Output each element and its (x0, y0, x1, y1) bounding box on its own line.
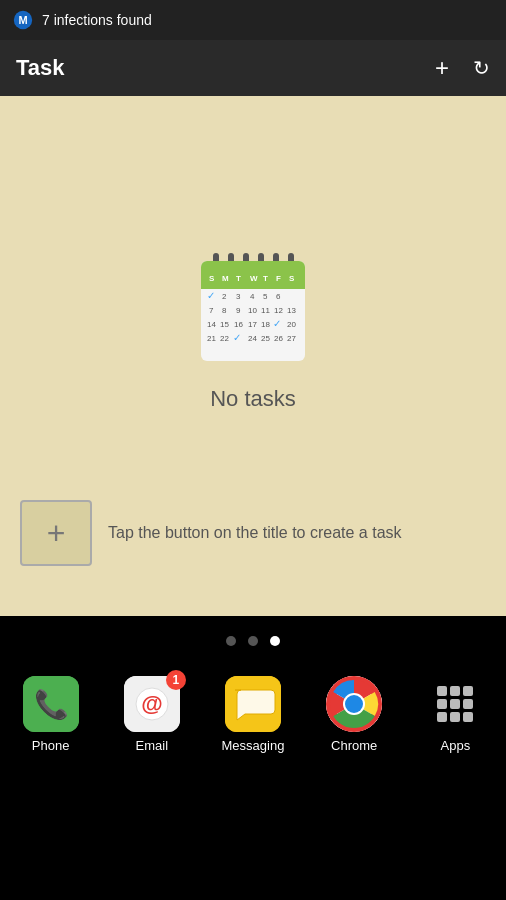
dock-item-apps[interactable]: Apps (415, 676, 495, 753)
svg-rect-59 (450, 699, 460, 709)
dock-label-apps: Apps (441, 738, 471, 753)
email-badge: 1 (166, 670, 186, 690)
svg-text:27: 27 (287, 334, 296, 343)
svg-text:S: S (289, 274, 295, 283)
svg-text:14: 14 (207, 320, 216, 329)
svg-text:📞: 📞 (33, 688, 68, 721)
hint-text: Tap the button on the title to create a … (108, 521, 402, 545)
svg-text:20: 20 (287, 320, 296, 329)
svg-text:21: 21 (207, 334, 216, 343)
svg-rect-62 (450, 712, 460, 722)
no-tasks-text: No tasks (210, 386, 296, 412)
svg-text:22: 22 (220, 334, 229, 343)
chrome-icon (326, 676, 382, 732)
svg-text:T: T (236, 274, 241, 283)
svg-text:@: @ (141, 691, 162, 716)
status-text: 7 infections found (42, 12, 152, 28)
svg-text:10: 10 (248, 306, 257, 315)
svg-rect-63 (463, 712, 473, 722)
refresh-button[interactable]: ↻ (473, 58, 490, 78)
task-area: S M T W T F S 2 3 4 5 6 ✓ 7 8 9 10 11 12… (0, 96, 506, 616)
page-dots (0, 616, 506, 666)
svg-text:5: 5 (263, 292, 268, 301)
svg-text:11: 11 (261, 306, 270, 315)
dock-label-messaging: Messaging (222, 738, 285, 753)
page-title: Task (16, 55, 65, 81)
dock-item-messaging[interactable]: Messaging (213, 676, 293, 753)
svg-text:6: 6 (276, 292, 281, 301)
svg-text:7: 7 (209, 306, 214, 315)
dock-label-phone: Phone (32, 738, 70, 753)
add-task-hint-button[interactable]: + (20, 500, 92, 566)
svg-text:F: F (276, 274, 281, 283)
messaging-icon (225, 676, 281, 732)
svg-text:M: M (222, 274, 229, 283)
svg-text:17: 17 (248, 320, 257, 329)
svg-text:3: 3 (236, 292, 241, 301)
page-dot-3[interactable] (270, 636, 280, 646)
svg-rect-55 (437, 686, 447, 696)
svg-rect-61 (437, 712, 447, 722)
svg-point-54 (345, 695, 363, 713)
plus-icon: + (47, 517, 66, 549)
svg-text:18: 18 (261, 320, 270, 329)
header-actions: + ↻ (435, 56, 490, 80)
svg-text:S: S (209, 274, 215, 283)
dock-item-phone[interactable]: 📞 Phone (11, 676, 91, 753)
svg-text:4: 4 (250, 292, 255, 301)
header: Task + ↻ (0, 40, 506, 96)
svg-text:15: 15 (220, 320, 229, 329)
apps-icon (427, 676, 483, 732)
add-task-button[interactable]: + (435, 56, 449, 80)
svg-text:✓: ✓ (273, 318, 281, 329)
svg-text:13: 13 (287, 306, 296, 315)
hint-box: + Tap the button on the title to create … (20, 500, 486, 566)
svg-text:2: 2 (222, 292, 227, 301)
svg-text:✓: ✓ (207, 290, 215, 301)
svg-text:T: T (263, 274, 268, 283)
email-icon: @ 1 (124, 676, 180, 732)
svg-text:26: 26 (274, 334, 283, 343)
dock-label-chrome: Chrome (331, 738, 377, 753)
calendar-illustration: S M T W T F S 2 3 4 5 6 ✓ 7 8 9 10 11 12… (193, 251, 313, 366)
dock-item-chrome[interactable]: Chrome (314, 676, 394, 753)
dock-label-email: Email (136, 738, 169, 753)
svg-text:12: 12 (274, 306, 283, 315)
svg-text:W: W (250, 274, 258, 283)
malwarebytes-icon: M (12, 9, 34, 31)
svg-rect-57 (463, 686, 473, 696)
svg-text:16: 16 (234, 320, 243, 329)
status-bar: M 7 infections found (0, 0, 506, 40)
svg-text:M: M (18, 14, 27, 26)
svg-text:24: 24 (248, 334, 257, 343)
svg-text:8: 8 (222, 306, 227, 315)
svg-rect-58 (437, 699, 447, 709)
page-dot-2[interactable] (248, 636, 258, 646)
svg-text:9: 9 (236, 306, 241, 315)
dock-item-email[interactable]: @ 1 Email (112, 676, 192, 753)
svg-rect-56 (450, 686, 460, 696)
svg-text:✓: ✓ (233, 332, 241, 343)
dock: 📞 Phone @ 1 Email Messaging (0, 666, 506, 801)
svg-text:25: 25 (261, 334, 270, 343)
phone-icon: 📞 (23, 676, 79, 732)
page-dot-1[interactable] (226, 636, 236, 646)
svg-rect-60 (463, 699, 473, 709)
